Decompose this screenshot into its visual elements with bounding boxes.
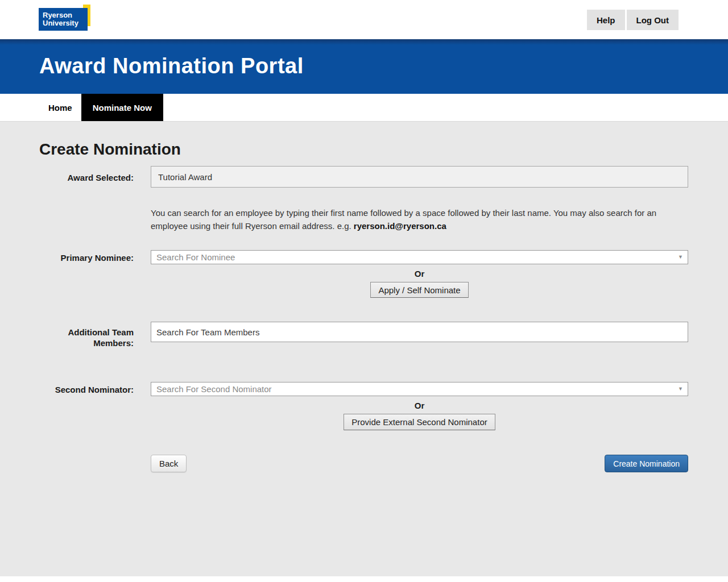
create-nomination-button[interactable]: Create Nomination bbox=[605, 455, 688, 472]
logo-line1: Ryerson bbox=[43, 11, 88, 19]
award-selected-field[interactable] bbox=[151, 166, 688, 188]
top-bar: Ryerson University Help Log Out bbox=[0, 0, 728, 39]
primary-or-separator: Or bbox=[151, 269, 688, 278]
nav-item-nominate-now[interactable]: Nominate Now bbox=[81, 94, 163, 121]
apply-self-nominate-button[interactable]: Apply / Self Nominate bbox=[370, 282, 468, 298]
create-nomination-page: Create Nomination Award Selected: You ca… bbox=[0, 122, 728, 576]
team-members-label: Additional Team Members: bbox=[39, 322, 134, 348]
second-nominator-label: Second Nominator: bbox=[39, 382, 134, 430]
example-email: ryerson.id@ryerson.ca bbox=[354, 221, 446, 231]
logo-line2: University bbox=[43, 19, 88, 27]
main-nav: Home Nominate Now bbox=[0, 94, 728, 122]
logout-button[interactable]: Log Out bbox=[627, 10, 679, 30]
award-selected-label: Award Selected: bbox=[39, 166, 134, 188]
portal-title: Award Nomination Portal bbox=[39, 54, 728, 78]
logo-wordmark: Ryerson University bbox=[39, 8, 88, 31]
second-nominator-row: Second Nominator: ▼ Or Provide External … bbox=[39, 382, 688, 430]
top-actions: Help Log Out bbox=[587, 10, 679, 30]
page-title: Create Nomination bbox=[39, 140, 688, 159]
primary-nominee-search-input[interactable] bbox=[151, 250, 688, 264]
team-members-row: Additional Team Members: bbox=[39, 322, 688, 348]
team-members-search-input[interactable] bbox=[151, 322, 688, 342]
provide-external-second-nominator-button[interactable]: Provide External Second Nominator bbox=[344, 414, 495, 430]
primary-nominee-row: Primary Nominee: ▼ Or Apply / Self Nomin… bbox=[39, 250, 688, 298]
nav-item-home[interactable]: Home bbox=[39, 94, 81, 121]
ryerson-logo: Ryerson University bbox=[39, 5, 91, 31]
primary-nominee-label: Primary Nominee: bbox=[39, 250, 134, 298]
second-nominator-search-input[interactable] bbox=[151, 382, 688, 396]
form-actions: Back Create Nomination bbox=[151, 455, 688, 472]
help-button[interactable]: Help bbox=[587, 10, 625, 30]
back-button[interactable]: Back bbox=[151, 455, 187, 472]
banner: Award Nomination Portal bbox=[0, 39, 728, 94]
second-or-separator: Or bbox=[151, 401, 688, 410]
search-instructions: You can search for an employee by typing… bbox=[151, 206, 685, 232]
award-selected-row: Award Selected: bbox=[39, 166, 688, 188]
